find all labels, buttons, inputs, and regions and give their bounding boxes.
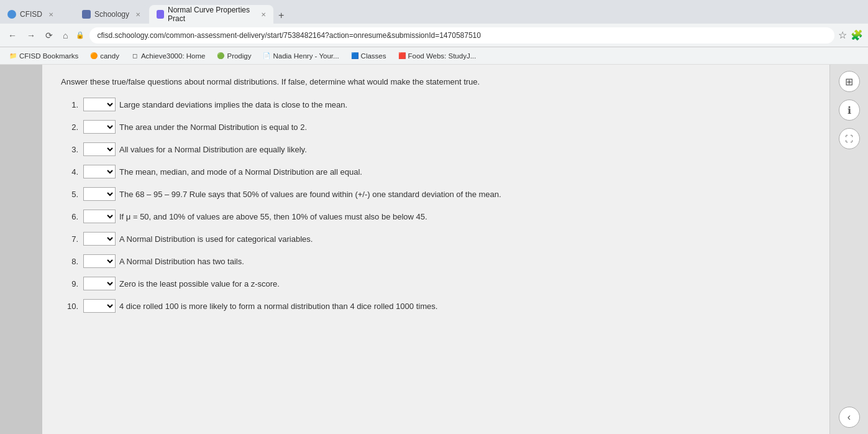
question-text-7: A Normal Distribution is used for catego…: [119, 234, 313, 244]
question-select-5[interactable]: TrueFalse: [83, 187, 116, 201]
schoology-tab-icon: [82, 10, 91, 19]
bookmarks-bar: 📁 CFISD Bookmarks 🟠 candy ◻ Achieve3000:…: [0, 47, 868, 65]
bookmark-nadia-icon: 📄: [262, 52, 271, 60]
expand-button[interactable]: ⛶: [839, 128, 860, 149]
bookmark-classes[interactable]: 🟦 Classes: [347, 50, 390, 62]
bookmark-achieve3000-label: Achieve3000: Home: [141, 52, 206, 60]
bookmark-cfisd[interactable]: 📁 CFISD Bookmarks: [5, 50, 82, 62]
question-text-10: 4 dice rolled 100 is more likely to form…: [119, 302, 437, 311]
question-number-1: 1.: [61, 100, 78, 109]
questions-container: 1.TrueFalseLarge standard deviations imp…: [61, 98, 811, 313]
bookmark-prodigy-icon: 🟢: [216, 52, 225, 60]
bookmark-food-webs-label: Food Webs: StudyJ...: [408, 52, 477, 60]
new-tab-button[interactable]: +: [273, 7, 289, 24]
question-row-8: 8.TrueFalseA Normal Distribution has two…: [61, 254, 811, 268]
grid-button[interactable]: ⊞: [839, 71, 860, 92]
question-number-2: 2.: [61, 122, 78, 132]
bookmark-food-webs[interactable]: 🟥 Food Webs: StudyJ...: [394, 50, 480, 62]
collapse-panel-button[interactable]: ‹: [839, 407, 860, 428]
forward-button[interactable]: →: [24, 29, 39, 42]
left-sidebar: [0, 65, 42, 434]
question-select-6[interactable]: TrueFalse: [83, 210, 116, 223]
right-panel: ⊞ ℹ ⛶ ‹: [829, 65, 868, 434]
main-area: Answer these true/false questions about …: [42, 65, 829, 434]
question-row-5: 5.TrueFalseThe 68 – 95 – 99.7 Rule says …: [61, 187, 811, 201]
bookmark-star-button[interactable]: ☆: [838, 29, 847, 41]
bookmark-nadia-label: Nadia Henry - Your...: [273, 52, 339, 60]
question-select-9[interactable]: TrueFalse: [83, 277, 116, 290]
question-select-2[interactable]: TrueFalse: [83, 120, 116, 134]
question-select-7[interactable]: TrueFalse: [83, 232, 116, 246]
tab-normal-curve[interactable]: Normal Curve Properties Pract ✕: [149, 5, 273, 24]
question-number-4: 4.: [61, 167, 78, 177]
browser-frame: CFISD ✕ Schoology ✕ Normal Curve Propert…: [0, 0, 868, 434]
instructions-text: Answer these true/false questions about …: [61, 77, 811, 86]
back-button[interactable]: ←: [5, 29, 20, 42]
security-icon: 🔒: [76, 31, 85, 39]
bookmark-candy[interactable]: 🟠 candy: [86, 50, 123, 62]
bookmark-classes-icon: 🟦: [350, 52, 359, 60]
question-row-2: 2.TrueFalseThe area under the Normal Dis…: [61, 120, 811, 134]
bookmark-prodigy-label: Prodigy: [227, 52, 251, 60]
bookmark-prodigy[interactable]: 🟢 Prodigy: [212, 50, 255, 62]
normal-curve-tab-icon: [157, 10, 164, 19]
tab-normal-curve-close[interactable]: ✕: [261, 11, 266, 18]
bookmark-candy-icon: 🟠: [89, 52, 98, 60]
question-text-3: All values for a Normal Distribution are…: [119, 145, 307, 154]
extensions-button[interactable]: 🧩: [851, 29, 863, 41]
question-select-4[interactable]: TrueFalse: [83, 165, 116, 178]
question-number-8: 8.: [61, 257, 78, 266]
info-button[interactable]: ℹ: [839, 99, 860, 121]
bookmark-cfisd-label: CFISD Bookmarks: [19, 52, 78, 60]
question-row-1: 1.TrueFalseLarge standard deviations imp…: [61, 98, 811, 111]
question-select-3[interactable]: TrueFalse: [83, 142, 116, 156]
question-number-9: 9.: [61, 279, 78, 289]
question-select-10[interactable]: TrueFalse: [83, 299, 116, 313]
bookmark-nadia[interactable]: 📄 Nadia Henry - Your...: [258, 50, 342, 62]
question-select-8[interactable]: TrueFalse: [83, 254, 116, 268]
question-text-9: Zero is the least possible value for a z…: [119, 279, 280, 289]
page-content: Answer these true/false questions about …: [0, 65, 868, 434]
tab-schoology[interactable]: Schoology ✕: [75, 5, 149, 24]
question-row-4: 4.TrueFalseThe mean, median, and mode of…: [61, 165, 811, 178]
tab-normal-curve-label: Normal Curve Properties Pract: [168, 6, 255, 23]
question-text-5: The 68 – 95 – 99.7 Rule says that 50% of…: [119, 190, 501, 199]
tab-schoology-close[interactable]: ✕: [135, 11, 140, 18]
question-number-6: 6.: [61, 212, 78, 221]
question-row-9: 9.TrueFalseZero is the least possible va…: [61, 277, 811, 290]
question-number-7: 7.: [61, 234, 78, 244]
question-select-1[interactable]: TrueFalse: [83, 98, 116, 111]
tab-cfisd-label: CFISD: [20, 10, 42, 19]
question-text-6: If μ = 50, and 10% of values are above 5…: [119, 212, 427, 221]
bookmark-achieve3000-icon: ◻: [130, 52, 139, 60]
address-bar: ← → ⟳ ⌂ 🔒 ☆ 🧩: [0, 24, 868, 47]
bookmark-food-webs-icon: 🟥: [398, 52, 406, 60]
tab-cfisd[interactable]: CFISD ✕: [0, 5, 75, 24]
bookmark-classes-label: Classes: [361, 52, 386, 60]
question-text-8: A Normal Distribution has two tails.: [119, 257, 244, 266]
bookmark-achieve3000[interactable]: ◻ Achieve3000: Home: [127, 50, 209, 62]
question-number-3: 3.: [61, 145, 78, 154]
question-text-4: The mean, median, and mode of a Normal D…: [119, 167, 362, 177]
tab-cfisd-close[interactable]: ✕: [48, 11, 53, 18]
cfisd-tab-icon: [7, 10, 16, 19]
question-row-7: 7.TrueFalseA Normal Distribution is used…: [61, 232, 811, 246]
tab-schoology-label: Schoology: [94, 10, 129, 19]
question-row-10: 10.TrueFalse4 dice rolled 100 is more li…: [61, 299, 811, 313]
question-number-10: 10.: [61, 302, 78, 311]
reload-button[interactable]: ⟳: [42, 29, 56, 42]
question-text-1: Large standard deviations implies the da…: [119, 100, 347, 109]
bookmark-cfisd-icon: 📁: [9, 52, 17, 60]
address-input[interactable]: [89, 27, 834, 44]
tab-bar: CFISD ✕ Schoology ✕ Normal Curve Propert…: [0, 0, 868, 24]
question-number-5: 5.: [61, 190, 78, 199]
home-button[interactable]: ⌂: [60, 29, 71, 42]
question-row-6: 6.TrueFalseIf μ = 50, and 10% of values …: [61, 210, 811, 223]
question-row-3: 3.TrueFalseAll values for a Normal Distr…: [61, 142, 811, 156]
bookmark-candy-label: candy: [100, 52, 119, 60]
question-text-2: The area under the Normal Distribution i…: [119, 122, 307, 132]
